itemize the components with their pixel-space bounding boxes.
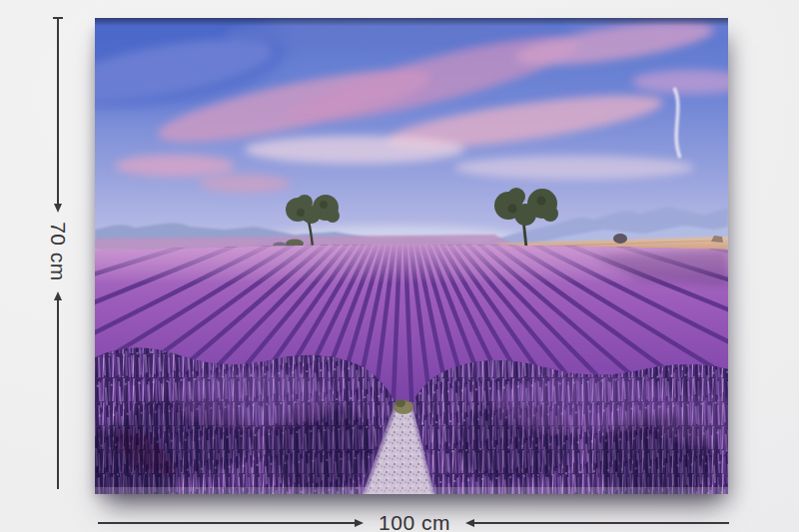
canvas-print <box>95 18 728 494</box>
lavender-field-photo <box>95 18 728 494</box>
dimension-arrow-up-icon <box>54 291 62 300</box>
width-dimension-line-right <box>474 522 729 524</box>
height-dimension-label: 70 cm <box>46 222 70 281</box>
height-dimension-line-top <box>57 18 59 204</box>
canvas-top-shadow <box>95 18 728 26</box>
width-dimension-line-left <box>98 522 355 524</box>
dimension-arrow-left-icon <box>465 519 474 527</box>
horizon-bush <box>613 234 627 244</box>
dimension-arrow-down-icon <box>54 204 62 213</box>
product-image-stage: 70 cm 100 cm <box>0 0 799 532</box>
dimension-arrow-right-icon <box>355 519 364 527</box>
width-dimension-label: 100 cm <box>379 511 450 532</box>
height-dimension-line-bottom <box>57 300 59 489</box>
canvas-bottom-edge <box>95 487 728 494</box>
